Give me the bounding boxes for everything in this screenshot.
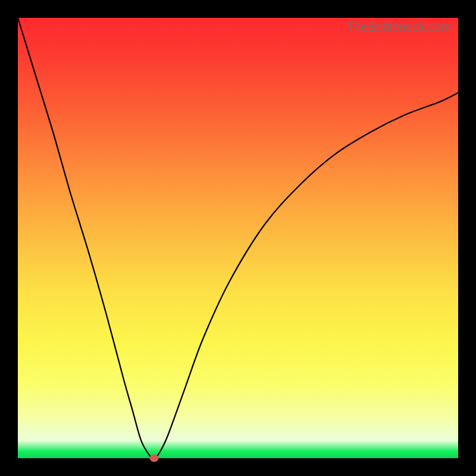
optimal-point-marker: [150, 455, 159, 462]
bottleneck-curve: [18, 18, 458, 458]
plot-area: TheBottleneck.com: [18, 18, 458, 458]
chart-frame: TheBottleneck.com: [0, 0, 476, 476]
